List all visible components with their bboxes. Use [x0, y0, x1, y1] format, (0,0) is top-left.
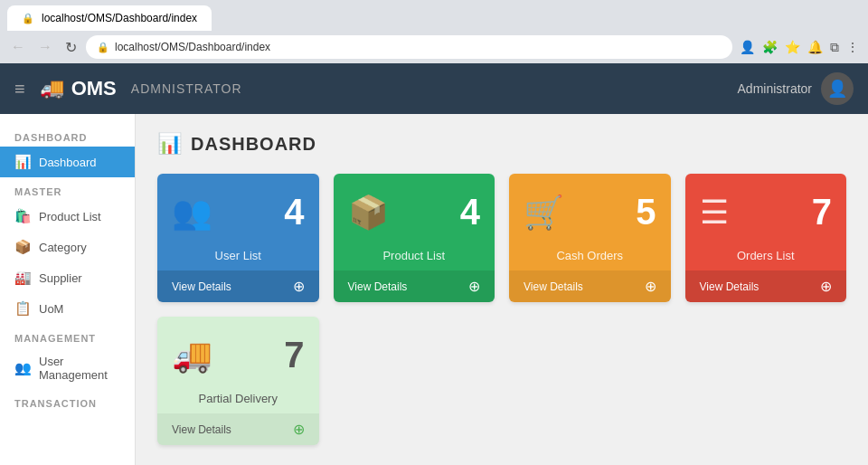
url-bar[interactable]: 🔒 localhost/OMS/Dashboard/index — [86, 35, 732, 59]
app-container: ≡ 🚚 OMS ADMNISTRATOR Administrator 👤 DAS… — [0, 63, 868, 465]
sidebar-item-category[interactable]: 📦 Category — [0, 232, 135, 262]
navbar-right: Administrator 👤 — [738, 72, 854, 105]
navbar-title: ADMNISTRATOR — [131, 81, 242, 96]
card-top-product-list: 📦 4 — [334, 174, 495, 247]
reload-button[interactable]: ↻ — [61, 37, 80, 58]
orders-list-footer-icon: ⊕ — [820, 278, 832, 295]
card-top-cash-orders: 🛒 5 — [509, 174, 671, 247]
orders-list-label: Orders List — [737, 249, 795, 262]
sidebar-item-user-management[interactable]: 👥 User Management — [0, 347, 135, 389]
sidebar: DASHBOARD 📊 Dashboard MASTER 🛍️ Product … — [0, 114, 136, 465]
tab-title: localhost/OMS/Dashboard/index — [42, 12, 197, 24]
sidebar-item-label: Supplier — [39, 271, 82, 285]
cash-orders-icon: 🛒 — [524, 194, 564, 232]
partial-delivery-footer-icon: ⊕ — [293, 421, 305, 438]
profile-button[interactable]: 👤 — [738, 38, 757, 56]
back-button[interactable]: ← — [7, 37, 29, 57]
card-cash-orders: 🛒 5 Cash Orders View Details ⊕ — [509, 174, 671, 302]
supplier-icon: 🏭 — [14, 270, 32, 286]
sidebar-item-product-list[interactable]: 🛍️ Product List — [0, 201, 135, 232]
extensions-button[interactable]: 🧩 — [760, 38, 779, 56]
active-tab[interactable]: 🔒 localhost/OMS/Dashboard/index — [7, 5, 212, 31]
partial-delivery-footer-text: View Details — [172, 423, 231, 436]
orders-list-footer-text: View Details — [700, 280, 760, 293]
sidebar-item-label: Category — [39, 241, 87, 254]
card-footer-product-list[interactable]: View Details ⊕ — [334, 270, 495, 302]
sidebar-item-uom[interactable]: 📋 UoM — [0, 293, 135, 324]
sidebar-section-management: MANAGEMENT — [0, 324, 135, 347]
avatar-icon: 👤 — [827, 79, 847, 99]
user-list-footer-text: View Details — [172, 280, 231, 293]
product-list-footer-icon: ⊕ — [468, 278, 480, 295]
sidebar-item-label: UoM — [39, 302, 63, 316]
menu-button[interactable]: ⋮ — [844, 38, 861, 56]
sidebar-item-dashboard[interactable]: 📊 Dashboard — [0, 147, 135, 177]
address-bar: ← → ↻ 🔒 localhost/OMS/Dashboard/index 👤 … — [0, 31, 868, 63]
card-top-orders-list: ☰ 7 — [685, 174, 847, 247]
sidebar-item-label: User Management — [39, 355, 120, 382]
content-area: DASHBOARD 📊 Dashboard MASTER 🛍️ Product … — [0, 114, 868, 465]
tab-favicon: 🔒 — [22, 13, 34, 24]
card-footer-orders-list[interactable]: View Details ⊕ — [685, 270, 847, 302]
brand-icon: 🚚 — [40, 77, 64, 100]
dashboard-icon: 📊 — [14, 154, 32, 170]
sidebar-item-supplier[interactable]: 🏭 Supplier — [0, 262, 135, 293]
product-list-icon: 🛍️ — [14, 208, 32, 224]
card-partial-delivery: 🚚 7 Partial Delivery View Details ⊕ — [157, 317, 319, 445]
forward-button[interactable]: → — [34, 37, 56, 57]
cash-orders-label: Cash Orders — [556, 249, 623, 262]
admin-label: Administrator — [738, 81, 812, 96]
main-content: 📊 DASHBOARD 👥 4 User List View Details — [136, 114, 868, 465]
orders-list-icon: ☰ — [700, 194, 729, 232]
cards-row2: 🚚 7 Partial Delivery View Details ⊕ — [157, 317, 846, 445]
browser-chrome: 🔒 localhost/OMS/Dashboard/index ← → ↻ 🔒 … — [0, 0, 868, 63]
user-list-label: User List — [215, 249, 261, 262]
card-orders-list: ☰ 7 Orders List View Details ⊕ — [685, 174, 847, 302]
product-list-footer-text: View Details — [348, 280, 408, 293]
avatar[interactable]: 👤 — [821, 72, 854, 105]
tab-groups-button[interactable]: ⧉ — [828, 38, 841, 57]
user-list-footer-icon: ⊕ — [293, 278, 305, 295]
top-navbar: ≡ 🚚 OMS ADMNISTRATOR Administrator 👤 — [0, 63, 868, 114]
partial-delivery-icon: 🚚 — [172, 337, 212, 375]
hamburger-button[interactable]: ≡ — [14, 79, 25, 100]
card-footer-cash-orders[interactable]: View Details ⊕ — [509, 270, 671, 302]
card-footer-partial-delivery[interactable]: View Details ⊕ — [157, 413, 319, 445]
sidebar-section-transaction: TRANSACTION — [0, 389, 135, 413]
sidebar-item-label: Dashboard — [39, 156, 97, 169]
card-footer-user-list[interactable]: View Details ⊕ — [157, 270, 319, 302]
brand-name: OMS — [71, 77, 117, 100]
orders-list-count: 7 — [812, 192, 832, 232]
lock-icon: 🔒 — [97, 42, 109, 53]
partial-delivery-label: Partial Delivery — [199, 392, 278, 405]
user-list-count: 4 — [284, 192, 304, 232]
page-title: DASHBOARD — [191, 134, 316, 155]
browser-action-buttons: 👤 🧩 ⭐ 🔔 ⧉ ⋮ — [738, 38, 861, 57]
sidebar-section-dashboard: DASHBOARD — [0, 123, 135, 147]
category-icon: 📦 — [14, 239, 32, 255]
cash-orders-footer-text: View Details — [524, 280, 583, 293]
product-list-card-icon: 📦 — [348, 194, 389, 232]
bookmark-button[interactable]: ⭐ — [783, 38, 802, 56]
partial-delivery-count: 7 — [284, 335, 304, 375]
sidebar-item-label: Product List — [39, 210, 101, 223]
cash-orders-count: 5 — [636, 192, 656, 232]
card-user-list: 👥 4 User List View Details ⊕ — [157, 174, 319, 302]
dashboard-header-icon: 📊 — [157, 132, 182, 156]
card-product-list: 📦 4 Product List View Details ⊕ — [334, 174, 495, 302]
product-list-count: 4 — [460, 192, 480, 232]
notifications-button[interactable]: 🔔 — [806, 38, 825, 56]
card-top-user-list: 👥 4 — [157, 174, 319, 247]
cash-orders-footer-icon: ⊕ — [645, 278, 656, 295]
card-top-partial-delivery: 🚚 7 — [157, 317, 319, 390]
browser-tabs: 🔒 localhost/OMS/Dashboard/index — [0, 0, 868, 31]
url-text: localhost/OMS/Dashboard/index — [115, 41, 270, 53]
cards-grid: 👥 4 User List View Details ⊕ 📦 4 — [157, 174, 846, 302]
user-list-icon: 👥 — [172, 194, 212, 232]
page-header: 📊 DASHBOARD — [157, 132, 846, 156]
brand: 🚚 OMS — [40, 77, 117, 100]
sidebar-section-master: MASTER — [0, 177, 135, 201]
uom-icon: 📋 — [14, 300, 32, 317]
product-list-label: Product List — [382, 249, 445, 262]
user-management-icon: 👥 — [14, 360, 32, 376]
